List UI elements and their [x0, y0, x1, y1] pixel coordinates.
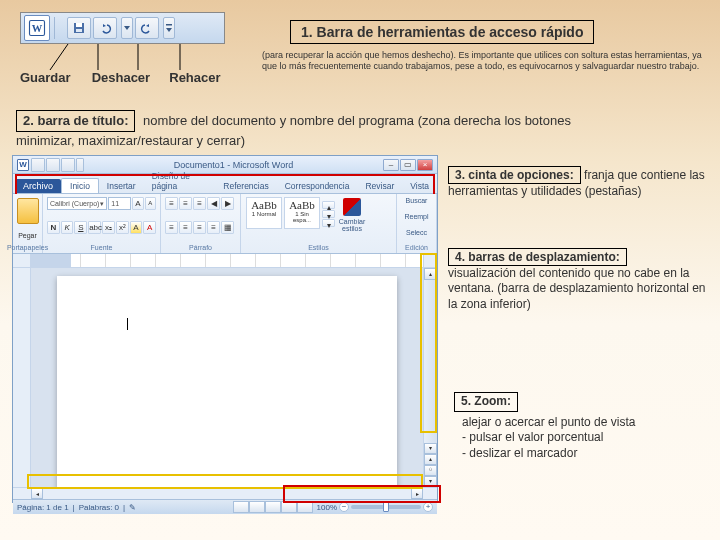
zoom-percent[interactable]: 100%	[317, 503, 337, 512]
section2: 2. barra de título: nombre del documento…	[16, 110, 616, 149]
vertical-ruler[interactable]	[13, 268, 31, 487]
separator	[54, 17, 55, 39]
svg-text:W: W	[32, 23, 43, 34]
replace-button[interactable]: Reempl	[404, 213, 428, 220]
font-name-select[interactable]: Calibri (Cuerpo)▾	[47, 197, 107, 210]
style-nospacing[interactable]: AaBb1 Sin espa...	[284, 197, 320, 229]
next-page-icon[interactable]: ▾	[424, 476, 437, 487]
bold-button[interactable]: N	[47, 221, 60, 234]
paste-label: Pegar	[18, 232, 37, 239]
word-window: W Documento1 - Microsoft Word – ▭ × Arch…	[12, 155, 438, 503]
font-size-select[interactable]: 11	[108, 197, 131, 210]
scroll-up-icon[interactable]: ▴	[424, 268, 437, 280]
highlight-button[interactable]: A	[130, 221, 143, 234]
align-center-icon[interactable]: ≡	[179, 221, 192, 234]
qat-screenshot: W	[20, 12, 225, 44]
styles-more-icon[interactable]: ▾	[322, 219, 335, 227]
horizontal-scrollbar[interactable]: ◂ ▸	[31, 488, 423, 499]
align-right-icon[interactable]: ≡	[193, 221, 206, 234]
redo-icon	[135, 17, 159, 39]
section3: 3. cinta de opciones: franja que contien…	[448, 168, 706, 199]
tab-referencias[interactable]: Referencias	[215, 179, 276, 193]
styles-up-icon[interactable]: ▴	[322, 201, 335, 209]
grow-font-icon[interactable]: A	[132, 197, 143, 210]
view-fullscreen-icon[interactable]	[249, 501, 265, 513]
font-group-name: Fuente	[47, 244, 156, 251]
scroll-down-icon[interactable]: ▾	[424, 443, 437, 454]
horizontal-ruler[interactable]	[31, 254, 423, 267]
tab-vista[interactable]: Vista	[402, 179, 437, 193]
align-left-icon[interactable]: ≡	[165, 221, 178, 234]
text-cursor	[127, 318, 128, 330]
numbering-icon[interactable]: ≡	[179, 197, 192, 210]
editing-group-name: Edición	[405, 244, 428, 251]
zoom-out-button[interactable]: −	[339, 502, 349, 512]
view-print-icon[interactable]	[233, 501, 249, 513]
minimize-button[interactable]: –	[383, 159, 399, 171]
status-words[interactable]: 0	[114, 503, 118, 512]
sub-button[interactable]: x₂	[102, 221, 115, 234]
qat-mini	[31, 158, 84, 172]
zoom-in-button[interactable]: +	[423, 502, 433, 512]
status-words-label: Palabras:	[79, 503, 113, 512]
italic-button[interactable]: K	[61, 221, 74, 234]
font-color-button[interactable]: A	[143, 221, 156, 234]
horizontal-scrollbar-row: ◂ ▸	[13, 487, 437, 499]
titlebar: W Documento1 - Microsoft Word – ▭ ×	[13, 156, 437, 174]
styles-down-icon[interactable]: ▾	[322, 210, 335, 218]
bullets-icon[interactable]: ≡	[165, 197, 178, 210]
view-draft-icon[interactable]	[297, 501, 313, 513]
prev-page-icon[interactable]: ▴	[424, 454, 437, 465]
tab-diseno[interactable]: Diseño de página	[144, 169, 216, 193]
ribbon-tabs: Archivo Inicio Insertar Diseño de página…	[13, 174, 437, 194]
pointer-lines	[20, 44, 225, 72]
section4: 4. barras de desplazamiento: visualizaci…	[448, 250, 710, 312]
section3-box: 3. cinta de opciones:	[448, 166, 581, 184]
label-rehacer: Rehacer	[169, 70, 220, 85]
ruler-toggle[interactable]	[423, 254, 437, 267]
tab-insertar[interactable]: Insertar	[99, 179, 144, 193]
section4-text: visualización del contenido que no cabe …	[448, 266, 706, 311]
spellcheck-icon[interactable]: ✎	[129, 503, 136, 512]
indent-dec-icon[interactable]: ◀	[207, 197, 220, 210]
tab-inicio[interactable]: Inicio	[61, 178, 99, 193]
undo-dropdown-icon	[121, 17, 133, 39]
indent-inc-icon[interactable]: ▶	[221, 197, 234, 210]
change-styles-button[interactable]: Cambiar estilos	[335, 196, 369, 232]
section4-box: 4. barras de desplazamiento:	[448, 248, 627, 266]
find-button[interactable]: Buscar	[406, 197, 428, 204]
close-button[interactable]: ×	[417, 159, 433, 171]
select-button[interactable]: Selecc	[406, 229, 427, 236]
tab-revisar[interactable]: Revisar	[357, 179, 402, 193]
tab-correspondencia[interactable]: Correspondencia	[277, 179, 358, 193]
zoom-slider[interactable]	[351, 505, 421, 509]
shrink-font-icon[interactable]: A	[145, 197, 156, 210]
browse-object-icon[interactable]: ○	[424, 465, 437, 476]
save-icon	[67, 17, 91, 39]
status-bar: Página: 1 de 1 | Palabras: 0 | ✎ 100% − …	[13, 499, 437, 514]
view-outline-icon[interactable]	[281, 501, 297, 513]
sup-button[interactable]: x²	[116, 221, 129, 234]
document-page[interactable]	[57, 276, 397, 487]
multilevel-icon[interactable]: ≡	[193, 197, 206, 210]
svg-line-6	[50, 44, 68, 70]
zoom-thumb[interactable]	[383, 502, 389, 512]
maximize-button[interactable]: ▭	[400, 159, 416, 171]
svg-rect-3	[76, 23, 82, 27]
scroll-right-icon[interactable]: ▸	[411, 488, 423, 499]
vertical-scrollbar[interactable]: ▴ ▾ ▴ ○ ▾	[423, 268, 437, 487]
ribbon: Pegar Portapapeles Calibri (Cuerpo)▾ 11 …	[13, 194, 437, 254]
style-normal[interactable]: AaBb1 Normal	[246, 197, 282, 229]
tab-file[interactable]: Archivo	[15, 179, 61, 193]
paste-icon[interactable]	[17, 198, 39, 224]
justify-icon[interactable]: ≡	[207, 221, 220, 234]
label-guardar: Guardar	[20, 70, 88, 85]
underline-button[interactable]: S	[74, 221, 87, 234]
strike-button[interactable]: abc	[88, 221, 101, 234]
styles-group-name: Estilos	[245, 244, 392, 251]
shading-icon[interactable]: ▦	[221, 221, 234, 234]
view-web-icon[interactable]	[265, 501, 281, 513]
status-page[interactable]: Página: 1 de 1	[17, 503, 69, 512]
qat-customize-icon	[163, 17, 175, 39]
scroll-left-icon[interactable]: ◂	[31, 488, 43, 499]
